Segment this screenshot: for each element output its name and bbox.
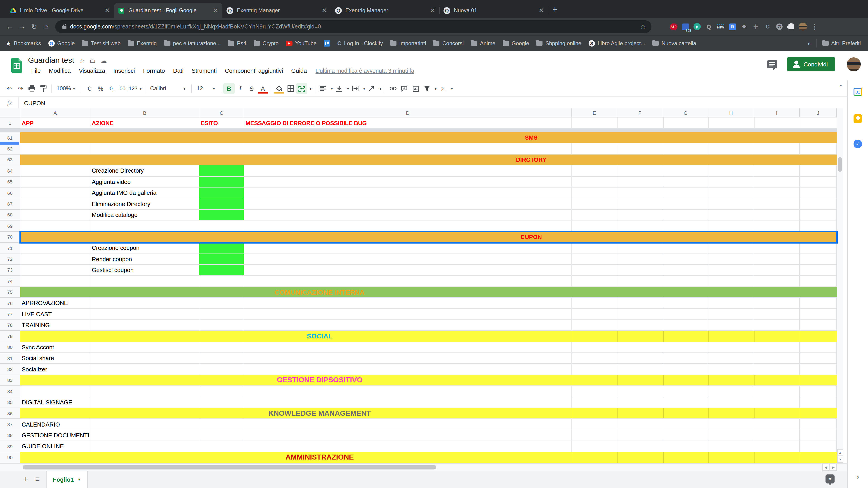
text-color-icon[interactable]: A — [257, 83, 269, 94]
collapse-toolbar-icon[interactable]: ⌃ — [839, 84, 843, 90]
menu-file[interactable]: File — [27, 67, 45, 74]
comments-icon[interactable] — [767, 60, 777, 68]
cell-G78[interactable] — [663, 320, 708, 331]
cell-A73[interactable] — [20, 265, 90, 276]
column-header-E[interactable]: E — [572, 108, 617, 118]
merge-cells-icon[interactable] — [296, 83, 307, 94]
font-select[interactable]: Calibri▼ — [147, 86, 189, 92]
cell-D1[interactable]: MESSAGGIO DI ERRORE O POSSIBILE BUG — [244, 118, 572, 129]
bookmark-item[interactable]: GGoogle — [48, 40, 74, 46]
cell-I68[interactable] — [754, 210, 800, 221]
cell-A64[interactable] — [20, 165, 90, 176]
cell-E71[interactable] — [572, 242, 617, 254]
cell-J87[interactable] — [800, 419, 837, 430]
cell-H68[interactable] — [708, 210, 754, 221]
text-rotate-icon[interactable] — [366, 83, 377, 94]
italic-icon[interactable]: I — [235, 83, 246, 94]
cell-A81[interactable]: Social share — [20, 353, 90, 364]
keep-icon[interactable] — [854, 114, 862, 123]
browser-tab[interactable]: Il mio Drive - Google Drive✕ — [5, 3, 114, 18]
cell-A68[interactable] — [20, 210, 90, 221]
cell-D84[interactable] — [244, 386, 572, 397]
bookmark-item[interactable] — [324, 40, 333, 46]
cell-C78[interactable] — [199, 320, 244, 331]
star-document-icon[interactable]: ☆ — [79, 57, 85, 64]
cell-H87[interactable] — [708, 419, 754, 430]
cell-E77[interactable] — [572, 309, 617, 320]
cell-I88[interactable] — [754, 430, 800, 441]
cell-G68[interactable] — [663, 210, 708, 221]
cell-J68[interactable] — [800, 210, 837, 221]
cell-D73[interactable] — [244, 265, 572, 276]
bookmarks-overflow-icon[interactable]: » — [808, 40, 811, 47]
text-wrap-caret[interactable]: ▼ — [363, 87, 366, 91]
browser-tab[interactable]: QNuova 01✕ — [439, 3, 548, 18]
row-header-88[interactable]: 88 — [0, 430, 20, 441]
cell-B82[interactable] — [90, 364, 199, 375]
cell-I77[interactable] — [754, 309, 800, 320]
menu-dati[interactable]: Dati — [169, 67, 188, 74]
text-rotate-caret[interactable]: ▼ — [379, 87, 382, 91]
cell-D78[interactable] — [244, 320, 572, 331]
cell-D76[interactable] — [244, 298, 572, 309]
explore-button[interactable]: ✦ — [826, 475, 835, 484]
bookmark-item[interactable]: CLog In - Clockify — [338, 40, 383, 46]
cell-E87[interactable] — [572, 419, 617, 430]
cell-J77[interactable] — [800, 309, 837, 320]
cell-A85[interactable]: DIGITAL SIGNAGE — [20, 397, 90, 408]
row-header-77[interactable]: 77 — [0, 309, 20, 320]
cell-J85[interactable] — [800, 397, 837, 408]
band-cell-86[interactable]: KNOWLEDGE MANAGEMENT — [20, 408, 837, 419]
row-header-70[interactable]: 70 — [0, 232, 20, 242]
cell-J69[interactable] — [800, 221, 837, 232]
scroll-left-button[interactable]: ◀ — [822, 464, 830, 471]
new-tab-button[interactable]: + — [553, 4, 557, 14]
calendar-icon[interactable]: 31 — [854, 88, 862, 96]
cell-I69[interactable] — [754, 221, 800, 232]
cell-J65[interactable] — [800, 176, 837, 188]
cell-A74[interactable] — [20, 275, 90, 287]
cell-A87[interactable]: CALENDARIO — [20, 419, 90, 430]
cell-C84[interactable] — [199, 386, 244, 397]
row-header-79[interactable]: 79 — [0, 331, 20, 342]
cell-D62[interactable] — [244, 143, 572, 155]
cell-D65[interactable] — [244, 176, 572, 188]
menu-visualizza[interactable]: Visualizza — [75, 67, 110, 74]
zoom-select[interactable]: 100%▼ — [54, 86, 79, 92]
cell-I87[interactable] — [754, 419, 800, 430]
sheets-logo-icon[interactable] — [11, 58, 22, 73]
cell-B74[interactable] — [90, 275, 199, 287]
cell-C66[interactable] — [199, 188, 244, 199]
cell-G85[interactable] — [663, 397, 708, 408]
row-header-76[interactable]: 76 — [0, 298, 20, 309]
cell-G66[interactable] — [663, 188, 708, 199]
cell-D87[interactable] — [244, 419, 572, 430]
cell-F80[interactable] — [617, 342, 663, 353]
cell-A71[interactable] — [20, 242, 90, 254]
browser-tab[interactable]: QExentriq Manager✕ — [222, 3, 331, 18]
cell-F82[interactable] — [617, 364, 663, 375]
filter-icon[interactable] — [421, 83, 432, 94]
tab-close-icon[interactable]: ✕ — [105, 7, 110, 14]
cell-B64[interactable]: Creazione Directory — [90, 165, 199, 176]
q-extension-icon[interactable]: Q — [703, 21, 715, 32]
cell-C76[interactable] — [199, 298, 244, 309]
cell-G65[interactable] — [663, 176, 708, 188]
band-cell-75[interactable]: COMUNICAZIONE INTERNA — [20, 287, 837, 298]
cell-D88[interactable] — [244, 430, 572, 441]
cell-F68[interactable] — [617, 210, 663, 221]
borders-icon[interactable] — [285, 83, 296, 94]
column-header-J[interactable]: J — [800, 108, 837, 118]
scroll-down-button[interactable]: ▼ — [837, 456, 843, 463]
scroll-right-button[interactable]: ▶ — [830, 464, 837, 471]
cell-G72[interactable] — [663, 254, 708, 265]
cells-rest-row1[interactable] — [572, 118, 837, 129]
row-header-78[interactable]: 78 — [0, 320, 20, 331]
menu-strumenti[interactable]: Strumenti — [188, 67, 221, 74]
cell-E81[interactable] — [572, 353, 617, 364]
cell-B67[interactable]: Eliminazione Directory — [90, 199, 199, 210]
cell-I67[interactable] — [754, 199, 800, 210]
cell-G62[interactable] — [663, 143, 708, 155]
row-header-87[interactable]: 87 — [0, 419, 20, 430]
cell-G81[interactable] — [663, 353, 708, 364]
